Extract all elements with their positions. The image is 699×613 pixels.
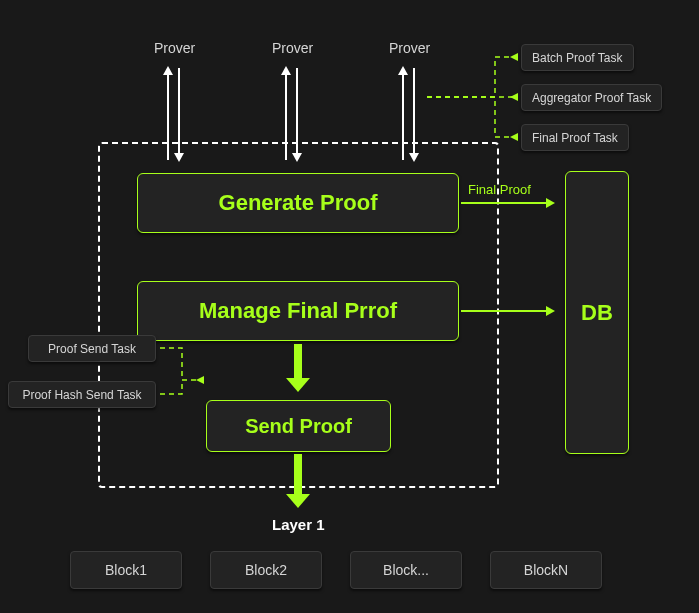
arrow-right-icon [461, 202, 553, 204]
task-aggregator-proof: Aggregator Proof Task [521, 84, 662, 111]
block-box: Block1 [70, 551, 182, 589]
module-manage-final-proof: Manage Final Prrof [137, 281, 459, 341]
task-final-proof: Final Proof Task [521, 124, 629, 151]
task-proof-send: Proof Send Task [28, 335, 156, 362]
task-batch-proof: Batch Proof Task [521, 44, 634, 71]
prover-label: Prover [272, 40, 313, 56]
db-box: DB [565, 171, 629, 454]
module-generate-proof: Generate Proof [137, 173, 459, 233]
task-proof-hash-send: Proof Hash Send Task [8, 381, 156, 408]
final-proof-label: Final Proof [468, 182, 531, 197]
arrow-down-icon [294, 454, 302, 498]
block-box: Block2 [210, 551, 322, 589]
arrow-down-icon [294, 344, 302, 382]
prover-label: Prover [154, 40, 195, 56]
layer1-label: Layer 1 [272, 516, 325, 533]
module-send-proof: Send Proof [206, 400, 391, 452]
arrow-right-icon [461, 310, 553, 312]
prover-label: Prover [389, 40, 430, 56]
block-box: Block... [350, 551, 462, 589]
block-box: BlockN [490, 551, 602, 589]
